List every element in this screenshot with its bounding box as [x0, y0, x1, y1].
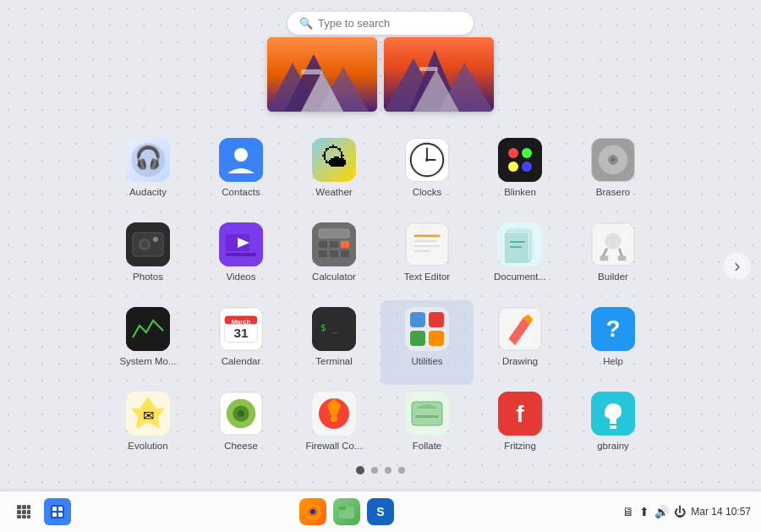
app-item-texteditor[interactable]: Text Editor [380, 216, 474, 300]
workspace-1[interactable] [267, 37, 377, 112]
svg-rect-99 [22, 505, 26, 509]
svg-point-25 [522, 148, 532, 158]
power-icon[interactable]: ⏻ [674, 505, 686, 518]
weather-label: Weather [315, 187, 352, 197]
next-page-arrow[interactable]: › [724, 253, 751, 280]
contacts-icon [219, 138, 263, 182]
taskbar-center: S [71, 498, 622, 525]
calendar-icon: March31 [219, 307, 263, 351]
apps-grid-button[interactable] [10, 498, 37, 525]
calculator-label: Calculator [312, 271, 356, 282]
svg-rect-97 [610, 425, 616, 429]
weather-icon: 🌤 [312, 138, 356, 182]
app-item-calculator[interactable]: Calculator [287, 216, 380, 300]
datetime-display: Mar 14 10:57 [691, 506, 751, 518]
app-item-blinken[interactable]: Blinken [474, 131, 567, 216]
page-dot-3[interactable] [398, 467, 405, 474]
speaker-icon[interactable]: 🔊 [654, 505, 669, 518]
svg-rect-75 [429, 312, 444, 327]
svg-point-90 [331, 415, 337, 422]
workspace-2[interactable] [384, 37, 494, 112]
follate-icon [405, 392, 449, 436]
svg-point-87 [238, 410, 244, 417]
page-dot-1[interactable] [371, 467, 378, 474]
app-item-follate[interactable]: Follate [380, 385, 474, 469]
app-item-document[interactable]: Document... [474, 216, 567, 300]
app-item-drawing[interactable]: Drawing [474, 300, 567, 385]
videos-label: Videos [227, 271, 256, 282]
app-item-systemmo[interactable]: System Mo... [101, 300, 194, 385]
current-app-button[interactable] [44, 498, 71, 525]
svg-text:?: ? [605, 315, 620, 342]
utilities-icon [405, 307, 449, 351]
upload-icon[interactable]: ⬆ [639, 505, 649, 518]
app-item-weather[interactable]: 🌤Weather [287, 131, 380, 216]
svg-rect-44 [319, 241, 327, 248]
app-item-brasero[interactable]: Brasero [567, 131, 660, 216]
terminal-icon: $ _ [312, 307, 356, 351]
search-bar[interactable]: 🔍 [287, 12, 474, 35]
app-grid: 🎧AudacityContacts🌤WeatherClocksBlinkenBr… [101, 131, 660, 469]
app-item-terminal[interactable]: $ _Terminal [287, 300, 380, 385]
calculator-icon [312, 222, 356, 266]
app-item-builder[interactable]: Builder [567, 216, 660, 300]
app-item-evolution[interactable]: ✉Evolution [101, 385, 194, 469]
page-dot-0[interactable] [356, 466, 364, 474]
app-item-firewall[interactable]: Firewall Co... [287, 385, 380, 469]
blinken-icon [498, 138, 542, 182]
app-item-gbrainy[interactable]: gbrainy [567, 385, 660, 469]
svg-rect-98 [17, 505, 21, 509]
app-item-help[interactable]: ?Help [567, 300, 660, 385]
svg-rect-60 [510, 246, 522, 248]
texteditor-icon [405, 222, 449, 266]
svg-rect-76 [410, 331, 425, 346]
svg-rect-46 [341, 241, 349, 248]
app-item-fritzing[interactable]: fFritzing [474, 385, 567, 469]
svg-point-37 [153, 237, 158, 242]
evolution-label: Evolution [128, 441, 167, 451]
monitor-icon[interactable]: 🖥 [622, 505, 634, 518]
svg-rect-50 [406, 223, 448, 266]
workspaces-container [267, 37, 494, 112]
svg-rect-49 [341, 250, 349, 257]
app-item-clocks[interactable]: Clocks [380, 131, 474, 216]
document-icon [498, 222, 542, 266]
svg-text:✉: ✉ [143, 409, 154, 423]
svg-point-114 [310, 509, 315, 514]
svg-rect-116 [339, 507, 346, 510]
svg-text:f: f [516, 401, 524, 427]
svg-rect-105 [22, 515, 26, 518]
app-item-audacity[interactable]: 🎧Audacity [101, 131, 194, 216]
store-taskbar-icon[interactable]: S [367, 498, 394, 525]
search-icon: 🔍 [299, 17, 313, 30]
terminal-label: Terminal [315, 356, 352, 366]
app-item-cheese[interactable]: Cheese [194, 385, 287, 469]
utilities-label: Utilities [411, 356, 442, 366]
app-item-contacts[interactable]: Contacts [194, 131, 287, 216]
svg-rect-93 [415, 415, 439, 418]
cheese-label: Cheese [224, 441, 258, 451]
svg-rect-52 [414, 240, 437, 242]
app-item-videos[interactable]: Videos [194, 216, 287, 300]
svg-rect-64 [618, 255, 627, 261]
calendar-label: Calendar [222, 356, 261, 366]
app-item-calendar[interactable]: March31Calendar [194, 300, 287, 385]
svg-point-36 [141, 241, 148, 248]
page-dot-2[interactable] [385, 467, 391, 474]
svg-rect-47 [319, 250, 327, 257]
builder-icon [591, 222, 635, 266]
svg-rect-54 [414, 250, 430, 252]
svg-text:🎧: 🎧 [134, 144, 162, 171]
svg-text:31: 31 [233, 326, 249, 340]
follate-label: Follate [413, 441, 442, 451]
app-item-utilities[interactable]: Utilities [380, 300, 474, 385]
help-label: Help [603, 356, 623, 366]
app-item-photos[interactable]: Photos [101, 216, 194, 300]
svg-rect-110 [52, 513, 57, 517]
svg-point-22 [425, 158, 429, 162]
clocks-icon [405, 138, 449, 182]
search-input[interactable] [318, 17, 462, 30]
svg-rect-59 [510, 241, 525, 243]
files-taskbar-icon[interactable] [333, 498, 360, 525]
firefox-taskbar-icon[interactable] [299, 498, 326, 525]
